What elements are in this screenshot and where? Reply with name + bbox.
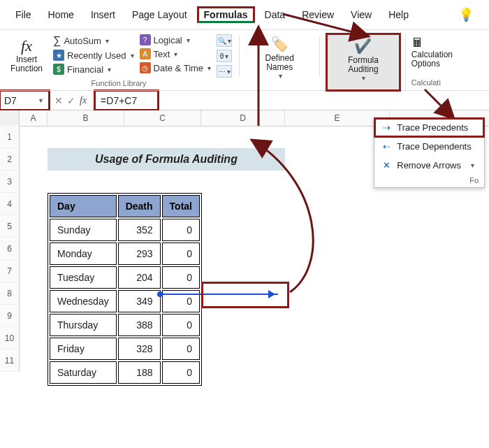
search-icon: 🔍 [218, 37, 226, 45]
financial-icon: $ [53, 64, 64, 75]
row-header[interactable]: 7 [0, 260, 20, 282]
table-row: Tuesday2040 [50, 266, 200, 289]
calculation-options-button[interactable]: Calculation Options [411, 50, 483, 68]
more-functions-button[interactable]: ⋯▾ [217, 65, 232, 78]
row-header[interactable]: 9 [0, 305, 20, 327]
row-header[interactable]: 11 [0, 349, 20, 372]
logical-icon: ? [140, 34, 151, 45]
row-header[interactable]: 3 [0, 171, 20, 193]
remove-arrows-icon: ✕ [380, 160, 393, 171]
table-row: Sunday3520 [50, 219, 200, 241]
math-button[interactable]: θ▾ [217, 50, 232, 62]
trace-precedents-item[interactable]: ⇢Trace Precedents [374, 118, 484, 137]
trace-precedents-icon: ⇢ [380, 122, 393, 133]
selected-cell-d7 [203, 283, 288, 307]
row-header[interactable]: 8 [0, 282, 20, 305]
dropdown-footer: Fo [374, 175, 484, 187]
remove-arrows-item[interactable]: ✕Remove Arrows▾ [374, 156, 484, 175]
menu-home[interactable]: Home [41, 6, 81, 23]
insert-function-label: Insert Function [7, 55, 46, 73]
data-table: Day Death Total Sunday3520 Monday2930 Tu… [48, 193, 202, 386]
formula-value: =D7+C7 [101, 95, 137, 106]
row-header[interactable]: 4 [0, 193, 20, 215]
trace-dependents-icon: ⇠ [380, 141, 393, 152]
select-all-corner[interactable] [0, 110, 20, 126]
table-header-row: Day Death Total [50, 195, 200, 217]
formula-bar: D7 ▼ ✕ ✓ fx =D7+C7 [0, 91, 489, 110]
menu-formulas[interactable]: Formulas [197, 6, 255, 23]
name-box-value: D7 [4, 95, 17, 106]
row-header[interactable]: 5 [0, 215, 20, 238]
menu-bar: File Home Insert Page Layout Formulas Da… [0, 0, 489, 30]
function-library-label: Function Library [92, 79, 147, 87]
insert-function-button[interactable]: fx Insert Function [6, 34, 48, 76]
sheet-title: Usage of Formula Auditing [48, 148, 285, 171]
clock-icon: ◷ [140, 62, 151, 73]
tell-me-icon[interactable]: 💡 [451, 4, 481, 25]
col-header-c[interactable]: C [124, 110, 201, 126]
theta-icon: θ [220, 52, 224, 60]
ribbon: fx Insert Function ∑AutoSum▾ ★Recently U… [0, 30, 489, 91]
autosum-button[interactable]: ∑AutoSum▾ [53, 34, 134, 47]
confirm-icon[interactable]: ✓ [67, 95, 75, 106]
menu-view[interactable]: View [344, 6, 379, 23]
financial-button[interactable]: $Financial▾ [53, 64, 134, 75]
table-row: Saturday1880 [50, 361, 200, 384]
fx-icon: fx [21, 37, 32, 55]
recent-icon: ★ [53, 50, 64, 61]
group-function-library: fx Insert Function ∑AutoSum▾ ★Recently U… [6, 34, 232, 90]
row-header[interactable]: 2 [0, 148, 20, 171]
table-row: Monday2930 [50, 243, 200, 265]
col-header-b[interactable]: B [48, 110, 124, 126]
trace-dependents-item[interactable]: ⇠Trace Dependents [374, 137, 484, 156]
header-total: Total [162, 195, 200, 217]
text-icon: A [140, 48, 151, 59]
menu-page-layout[interactable]: Page Layout [125, 6, 194, 23]
header-death: Death [118, 195, 161, 217]
lookup-button[interactable]: 🔍▾ [217, 34, 232, 47]
header-day: Day [50, 195, 117, 217]
calculation-icon: 🖩 [411, 36, 424, 50]
row-header[interactable]: 6 [0, 238, 20, 260]
table-row: Thursday3880 [50, 314, 200, 336]
defined-names-button[interactable]: 🏷️ Defined Names ▾ [247, 34, 312, 90]
formula-input[interactable]: =D7+C7 [95, 91, 158, 110]
name-box[interactable]: D7 ▼ [0, 91, 49, 110]
menu-data[interactable]: Data [258, 6, 293, 23]
formula-auditing-button[interactable]: ✔️ Formula Auditing ▾ [327, 34, 399, 90]
fx-icon[interactable]: fx [80, 95, 87, 106]
formula-auditing-dropdown: ⇢Trace Precedents ⇠Trace Dependents ✕Rem… [374, 117, 485, 188]
row-header[interactable]: 1 [0, 126, 20, 148]
menu-insert[interactable]: Insert [84, 6, 122, 23]
col-header-d[interactable]: D [201, 110, 285, 126]
chevron-down-icon: ▾ [105, 37, 109, 45]
menu-file[interactable]: File [8, 6, 38, 23]
auditing-icon: ✔️ [354, 38, 372, 55]
menu-review[interactable]: Review [295, 6, 341, 23]
text-button[interactable]: AText▾ [140, 48, 212, 59]
col-header-a[interactable]: A [20, 110, 48, 126]
recently-used-button[interactable]: ★Recently Used▾ [53, 50, 134, 61]
chevron-down-icon: ▼ [38, 97, 44, 104]
row-header[interactable]: 10 [0, 327, 20, 349]
calculation-group-label: Calculati [411, 78, 441, 87]
defined-names-icon: 🏷️ [271, 36, 289, 52]
menu-help[interactable]: Help [381, 6, 416, 23]
logical-button[interactable]: ?Logical▾ [140, 34, 212, 45]
more-icon: ⋯ [219, 68, 226, 75]
table-row: Friday3280 [50, 338, 200, 360]
cancel-icon[interactable]: ✕ [54, 95, 63, 106]
date-time-button[interactable]: ◷Date & Time▾ [140, 62, 212, 73]
